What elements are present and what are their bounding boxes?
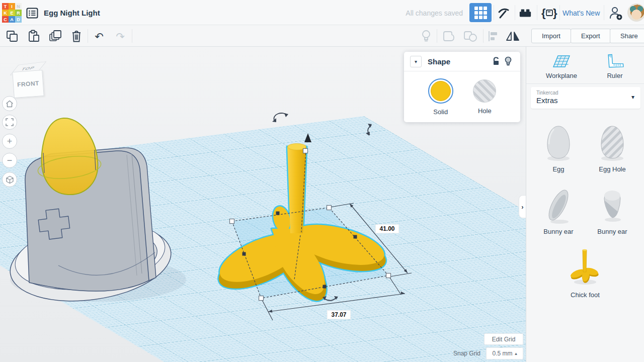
dashboard-grid-button[interactable] xyxy=(469,3,492,22)
shape-item-chick-foot[interactable]: Chick foot xyxy=(560,247,610,299)
solid-swatch xyxy=(428,78,453,104)
autosave-status: All changes saved xyxy=(406,9,463,17)
workplane-label: Workplane xyxy=(546,72,577,79)
dropup-arrow-icon: ▴ xyxy=(515,351,517,356)
mirror-button[interactable] xyxy=(506,29,520,43)
view-cube[interactable]: TOP FRONT xyxy=(12,56,48,99)
align-button[interactable] xyxy=(486,29,500,43)
divider xyxy=(494,5,494,20)
logo-cell: A xyxy=(9,16,15,23)
ruler-icon xyxy=(605,53,625,69)
svg-text:}: } xyxy=(553,7,557,19)
logo-cell: T xyxy=(2,3,9,10)
workplane-icon xyxy=(551,53,572,69)
group-button[interactable] xyxy=(442,29,456,43)
3d-viewport[interactable]: 41.00 37.07 TOP FRONT + − ▾ Shape S xyxy=(0,47,526,362)
shape-item-label: Bunny ear xyxy=(597,228,627,235)
hole-label: Hole xyxy=(478,107,492,115)
bunny-ear-flat-icon xyxy=(543,185,574,226)
zoom-in-button[interactable]: + xyxy=(2,134,17,149)
shape-item-label: Chick foot xyxy=(571,291,600,299)
height-arrow-handle[interactable] xyxy=(304,133,311,142)
shape-item-bunny-ear-1[interactable]: Bunny ear xyxy=(533,185,584,235)
chevron-down-icon: ▾ xyxy=(631,94,634,101)
ruler-label: Ruler xyxy=(607,72,622,79)
user-avatar[interactable] xyxy=(627,4,644,22)
share-button[interactable]: Share xyxy=(610,29,644,43)
shape-panel-title: Shape xyxy=(428,57,490,66)
divider xyxy=(526,83,644,84)
hole-swatch xyxy=(473,79,496,103)
ungroup-button[interactable] xyxy=(463,29,477,43)
fit-view-button[interactable] xyxy=(2,115,17,130)
shape-item-egg-hole[interactable]: Egg Hole xyxy=(587,122,637,173)
logo-cell: E xyxy=(9,10,15,16)
paste-button[interactable] xyxy=(27,29,41,43)
dimension-depth-value[interactable]: 41.00 xyxy=(375,224,399,233)
egg-night-light-model[interactable] xyxy=(5,118,186,311)
solid-option[interactable]: Solid xyxy=(428,78,453,116)
edit-grid-button[interactable]: Edit Grid xyxy=(484,333,523,345)
duplicate-button[interactable] xyxy=(48,29,62,43)
logo-cell: D xyxy=(15,16,22,23)
logo-cell: I xyxy=(9,3,15,10)
workplane-tool[interactable]: Workplane xyxy=(532,47,591,83)
minecraft-pickaxe-icon[interactable] xyxy=(497,7,510,20)
shape-inspector-panel: ▾ Shape Solid Hole xyxy=(404,52,520,122)
sidebar-collapse-tab[interactable]: › xyxy=(519,195,526,218)
divider xyxy=(132,29,132,43)
invite-person-icon[interactable] xyxy=(608,7,624,20)
shape-item-label: Bunny ear xyxy=(543,228,573,235)
egg-hole-shape-icon xyxy=(597,122,628,163)
logo-cell: C xyxy=(2,16,9,23)
divider xyxy=(483,29,484,43)
grid-icon xyxy=(474,7,487,19)
chick-foot-icon xyxy=(569,247,601,289)
codeblocks-icon[interactable]: {} xyxy=(540,7,558,20)
design-title[interactable]: Egg Night Light xyxy=(44,9,100,17)
library-brand: Tinkercad xyxy=(536,90,558,96)
divider xyxy=(437,29,437,43)
snap-grid-dropdown[interactable]: 0.5 mm▴ xyxy=(486,347,523,359)
shape-panel-header: ▾ Shape xyxy=(404,52,520,71)
whats-new-link[interactable]: What's New xyxy=(562,9,600,17)
show-all-lightbulb-icon[interactable] xyxy=(419,29,433,43)
logo-cell: K xyxy=(2,10,9,16)
import-button[interactable]: Import xyxy=(531,29,571,43)
hole-option[interactable]: Hole xyxy=(473,78,496,116)
undo-button[interactable]: ↶ xyxy=(92,29,106,43)
shape-item-label: Egg xyxy=(552,165,564,173)
copy-button[interactable] xyxy=(5,29,19,43)
lightbulb-icon[interactable] xyxy=(502,56,514,66)
bunny-ear-cone-icon xyxy=(597,185,628,226)
shape-item-label: Egg Hole xyxy=(599,165,625,173)
brick-icon[interactable] xyxy=(519,7,532,20)
logo-cell: N xyxy=(15,3,22,10)
home-view-button[interactable] xyxy=(2,96,17,111)
shape-item-egg[interactable]: Egg xyxy=(533,122,584,173)
logo-cell: R xyxy=(15,10,22,16)
shape-item-bunny-ear-2[interactable]: Bunny ear xyxy=(587,185,637,235)
library-name: Extras xyxy=(536,96,558,105)
tinkercad-logo[interactable]: T I N K E R C A D xyxy=(2,3,22,23)
collapse-panel-button[interactable]: ▾ xyxy=(410,56,422,67)
edit-toolbar: ↶ ↷ Import Export Share xyxy=(0,25,644,47)
delete-button[interactable] xyxy=(69,29,84,43)
solid-label: Solid xyxy=(433,108,448,116)
dimension-width-value[interactable]: 37.07 xyxy=(327,310,351,319)
divider xyxy=(537,5,537,20)
export-button[interactable]: Export xyxy=(571,29,611,43)
view-cube-front-face[interactable]: FRONT xyxy=(12,70,44,98)
divider xyxy=(604,5,604,20)
lock-icon[interactable] xyxy=(490,56,502,66)
perspective-toggle-button[interactable] xyxy=(2,172,17,187)
shapes-sidebar: Workplane Ruler Tinkercad Extras ▾ Egg xyxy=(526,47,644,362)
divider xyxy=(88,29,88,43)
ruler-tool[interactable]: Ruler xyxy=(586,47,644,83)
design-menu-icon[interactable] xyxy=(26,7,39,20)
zoom-out-button[interactable]: − xyxy=(2,153,17,168)
egg-shape-icon xyxy=(543,122,574,163)
snap-grid-value: 0.5 mm xyxy=(492,350,512,357)
shape-library-dropdown[interactable]: Tinkercad Extras ▾ xyxy=(531,87,640,109)
redo-button[interactable]: ↷ xyxy=(113,29,127,43)
